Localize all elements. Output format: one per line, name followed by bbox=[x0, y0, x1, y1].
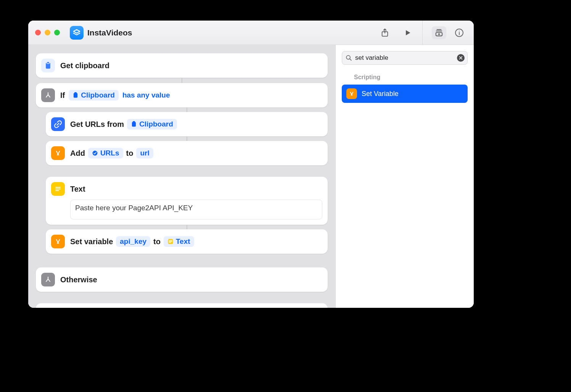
spacer bbox=[36, 165, 328, 177]
action-add-to-variable[interactable]: Add URLs to url bbox=[46, 141, 328, 165]
if-expression: If Clipboard has any value bbox=[60, 90, 171, 101]
action-if[interactable]: If Clipboard has any value bbox=[36, 83, 328, 107]
titlebar: InstaVideos bbox=[28, 21, 474, 45]
search-result-set-variable[interactable]: Set Variable bbox=[342, 85, 468, 103]
add-expression: Add URLs to url bbox=[70, 148, 153, 158]
action-prefix: Add bbox=[70, 149, 85, 158]
variable-icon bbox=[51, 146, 65, 160]
if-variable-token[interactable]: Clipboard bbox=[69, 90, 119, 101]
spacer bbox=[36, 292, 328, 303]
action-prefix: Set variable bbox=[70, 237, 113, 246]
svg-point-3 bbox=[459, 30, 460, 31]
action-prefix: Get URLs from bbox=[70, 120, 124, 129]
minimize-window-button[interactable] bbox=[45, 30, 50, 35]
svg-point-10 bbox=[92, 151, 97, 156]
action-get-clipboard[interactable]: Get clipboard bbox=[36, 53, 328, 78]
zoom-window-button[interactable] bbox=[54, 30, 60, 35]
action-label: Get clipboard bbox=[60, 61, 109, 70]
mid-keyword: to bbox=[153, 237, 161, 246]
variable-name-token[interactable]: api_key bbox=[116, 236, 150, 247]
svg-rect-5 bbox=[47, 62, 50, 64]
close-window-button[interactable] bbox=[35, 30, 41, 35]
flow-connector bbox=[187, 136, 187, 141]
token-label: Text bbox=[176, 237, 190, 246]
clipboard-icon bbox=[41, 59, 55, 72]
token-label: Clipboard bbox=[81, 91, 115, 99]
flow-connector bbox=[182, 78, 182, 83]
get-urls-expression: Get URLs from Clipboard bbox=[70, 119, 177, 130]
token-label: Clipboard bbox=[139, 120, 173, 128]
variable-icon bbox=[346, 88, 357, 99]
app-icon bbox=[70, 26, 84, 40]
spacer bbox=[36, 254, 328, 267]
flow-connector bbox=[187, 107, 187, 112]
value-token[interactable]: Text bbox=[164, 236, 194, 247]
app-window: InstaVideos Get clipboard bbox=[28, 21, 474, 308]
action-text[interactable]: Text Paste here your Page2API API_KEY bbox=[46, 177, 328, 225]
library-button[interactable] bbox=[432, 26, 446, 39]
action-otherwise[interactable]: Otherwise bbox=[36, 267, 328, 292]
action-label: Otherwise bbox=[60, 275, 97, 284]
run-button[interactable] bbox=[400, 25, 415, 40]
search-icon bbox=[346, 55, 352, 61]
target-variable-token[interactable]: url bbox=[136, 148, 153, 158]
actions-library-sidebar: Scripting Set Variable bbox=[336, 45, 474, 308]
section-header: Scripting bbox=[336, 69, 474, 83]
token-label: URLs bbox=[100, 149, 119, 157]
result-label: Set Variable bbox=[362, 90, 399, 98]
link-icon bbox=[51, 117, 65, 131]
text-icon bbox=[51, 182, 65, 196]
svg-rect-6 bbox=[74, 93, 77, 98]
flow-connector bbox=[187, 225, 187, 229]
action-get-urls[interactable]: Get URLs from Clipboard bbox=[46, 112, 328, 136]
clear-search-button[interactable] bbox=[457, 54, 465, 62]
clipboard-token[interactable]: Clipboard bbox=[127, 119, 177, 130]
if-keyword: If bbox=[60, 91, 65, 100]
action-end-if[interactable]: End If bbox=[36, 303, 328, 308]
workflow-canvas[interactable]: Get clipboard If Clipboard has any value bbox=[28, 45, 336, 308]
mid-keyword: to bbox=[126, 149, 134, 158]
share-button[interactable] bbox=[377, 25, 392, 40]
action-label: Text bbox=[70, 185, 85, 194]
info-button[interactable] bbox=[452, 25, 467, 40]
variable-icon bbox=[51, 235, 65, 248]
toolbar-divider bbox=[422, 21, 423, 45]
if-condition[interactable]: has any value bbox=[122, 90, 171, 101]
urls-token[interactable]: URLs bbox=[88, 148, 123, 158]
app-title: InstaVideos bbox=[87, 28, 132, 37]
svg-rect-9 bbox=[133, 121, 135, 123]
svg-rect-7 bbox=[74, 92, 77, 94]
branch-icon bbox=[41, 88, 55, 102]
svg-rect-8 bbox=[132, 122, 136, 126]
search-input[interactable] bbox=[342, 51, 468, 65]
window-controls bbox=[35, 30, 60, 35]
set-variable-expression: Set variable api_key to Text bbox=[70, 236, 194, 247]
branch-icon bbox=[41, 273, 55, 286]
action-set-variable[interactable]: Set variable api_key to Text bbox=[46, 229, 328, 254]
search-container bbox=[342, 51, 468, 65]
text-input-field[interactable]: Paste here your Page2API API_KEY bbox=[70, 200, 322, 219]
